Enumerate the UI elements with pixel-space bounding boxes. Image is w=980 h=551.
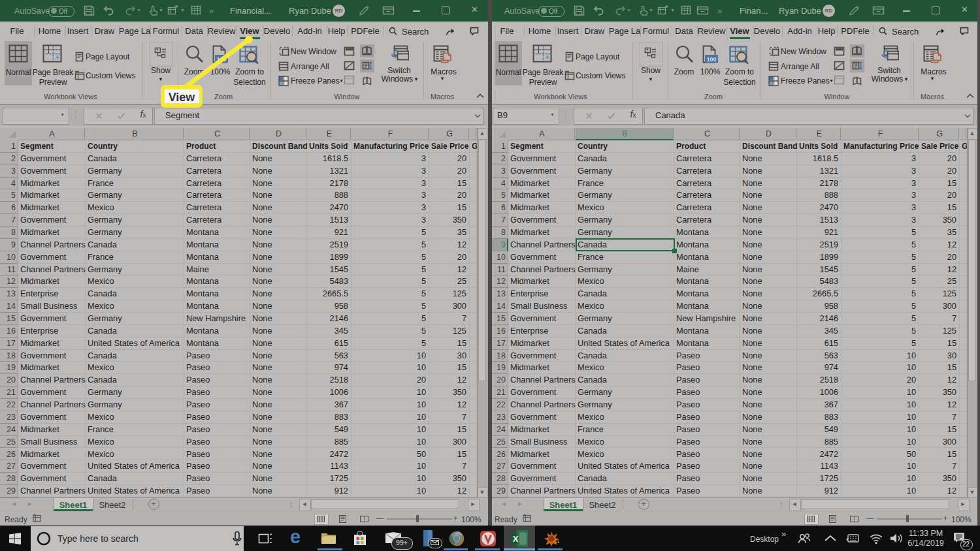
- svg-text:100: 100: [706, 56, 716, 63]
- svg-text:X: X: [513, 534, 519, 544]
- svg-text:GE: GE: [555, 540, 559, 544]
